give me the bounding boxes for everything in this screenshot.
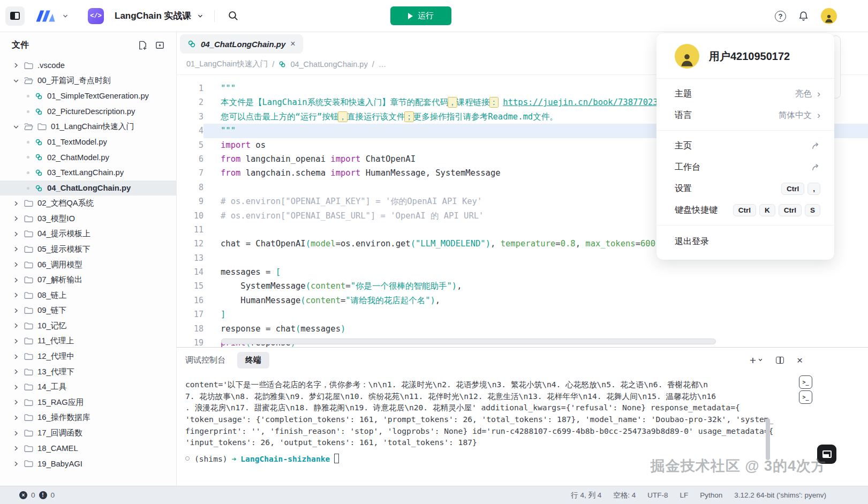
- search-icon[interactable]: [228, 10, 239, 21]
- breadcrumb-folder[interactable]: 01_LangChain快速入门: [186, 59, 268, 69]
- tree-folder-item[interactable]: 09_链下: [0, 303, 176, 319]
- folder-icon: [24, 445, 33, 453]
- tree-folder-item[interactable]: 04_提示模板上: [0, 227, 176, 242]
- chevron-down-icon[interactable]: [62, 13, 69, 19]
- chevron-icon: [12, 308, 20, 313]
- close-icon[interactable]: ×: [290, 40, 295, 48]
- errors-count[interactable]: 0: [31, 491, 35, 499]
- language-mode[interactable]: Python: [700, 491, 722, 499]
- tree-folder-item[interactable]: .vscode: [0, 58, 176, 73]
- help-icon[interactable]: ?: [775, 11, 786, 22]
- line-number: 9: [177, 194, 203, 208]
- split-terminal-icon[interactable]: [776, 357, 784, 364]
- tree-file-item[interactable]: 03_TextLangChain.py: [0, 165, 176, 180]
- tree-file-item[interactable]: 02_ChatModel.py: [0, 150, 176, 166]
- interpreter[interactable]: 3.12.2 64-bit ('shims': pyenv): [734, 491, 826, 499]
- close-panel-icon[interactable]: ×: [797, 355, 803, 365]
- menu-item-settings[interactable]: 设置 Ctrl ,: [656, 178, 834, 199]
- menu-item-language[interactable]: 语言 简体中文 ›: [656, 104, 834, 126]
- breadcrumb-file[interactable]: 04_ChatLongChain.py: [290, 60, 367, 69]
- python-file-icon: [35, 184, 43, 192]
- tree-folder-item[interactable]: 00_开篇词_奇点时刻: [0, 73, 176, 89]
- tab-04-chatlongchain[interactable]: 04_ChatLongChain.py ×: [180, 34, 303, 54]
- tree-folder-item[interactable]: 13_代理下: [0, 364, 176, 380]
- new-file-icon[interactable]: [135, 38, 149, 52]
- project-title[interactable]: LangChain 实战课: [115, 10, 192, 22]
- tree-folder-item[interactable]: 08_链上: [0, 288, 176, 303]
- folder-icon: [24, 352, 33, 360]
- terminal-prompt[interactable]: (shims) ➜ LangChain-shizhanke: [177, 454, 868, 463]
- tree-folder-item[interactable]: 15_RAG应用: [0, 395, 176, 410]
- tree-folder-item[interactable]: 19_BabyAGI: [0, 456, 176, 471]
- breadcrumb-separator: /: [272, 60, 274, 69]
- new-terminal-button[interactable]: +: [750, 355, 763, 366]
- tree-folder-item[interactable]: 16_操作数据库: [0, 410, 176, 426]
- tree-file-item[interactable]: 01_SimpleTextGeneration.py: [0, 88, 176, 104]
- errors-icon[interactable]: ×: [19, 491, 27, 499]
- folder-icon: [24, 413, 33, 422]
- tab-debug-console[interactable]: 调试控制台: [185, 355, 225, 365]
- menu-item-logout[interactable]: 退出登录: [656, 231, 834, 252]
- indentation[interactable]: 空格: 4: [613, 491, 636, 500]
- new-folder-icon[interactable]: [153, 38, 167, 52]
- folder-icon: [24, 230, 33, 238]
- sidebar-toggle-button[interactable]: [5, 6, 25, 26]
- tree-folder-item[interactable]: 05_提示模板下: [0, 242, 176, 257]
- tree-item-label: 13_代理下: [37, 367, 74, 377]
- encoding[interactable]: UTF-8: [647, 491, 668, 499]
- user-name: 用户4210950172: [709, 49, 790, 64]
- tree-folder-item[interactable]: 14_工具: [0, 379, 176, 395]
- eol-type[interactable]: LF: [680, 491, 688, 499]
- tree-file-item[interactable]: 04_ChatLongChain.py: [0, 180, 176, 196]
- menu-item-workbench[interactable]: 工作台: [656, 156, 834, 178]
- top-bar: </> LangChain 实战课 运行 ?: [0, 0, 868, 32]
- file-dot-icon: [27, 110, 29, 113]
- menu-item-shortcuts[interactable]: 键盘快捷键 Ctrl K Ctrl S: [656, 199, 834, 221]
- folder-icon: [24, 199, 33, 207]
- menu-item-home[interactable]: 主页: [656, 135, 834, 156]
- cursor-position[interactable]: 行 4, 列 4: [571, 491, 601, 500]
- run-button[interactable]: 运行: [390, 6, 451, 25]
- marscode-logo[interactable]: [34, 9, 57, 23]
- tree-file-item[interactable]: 01_TextModel.py: [0, 134, 176, 150]
- chevron-down-icon[interactable]: [197, 13, 203, 19]
- user-avatar[interactable]: [821, 8, 837, 24]
- chevron-icon: [12, 338, 20, 344]
- tree-folder-item[interactable]: 02_文档QA系统: [0, 195, 176, 211]
- code-line-16[interactable]: 16 HumanMessage(content="请给我的花店起个名"),: [177, 294, 868, 307]
- bell-icon[interactable]: [798, 10, 809, 22]
- warnings-icon[interactable]: !: [39, 491, 47, 499]
- terminal-output[interactable]: content='以下是一些适合花店的名字，供你参考：\n\n1. 花漾时光\n…: [177, 372, 868, 448]
- terminal-scrollbar[interactable]: [766, 418, 770, 460]
- tree-folder-item[interactable]: 10_记忆: [0, 318, 176, 334]
- python-file-icon: [187, 40, 196, 48]
- warnings-count[interactable]: 0: [51, 491, 55, 499]
- code-line-18[interactable]: 18response = chat(messages): [177, 322, 868, 336]
- tree-folder-item[interactable]: 18_CAMEL: [0, 441, 176, 456]
- terminal-output-line: 'token_usage': {'completion_tokens': 161…: [185, 413, 777, 425]
- tree-folder-item[interactable]: 01_LangChain快速入门: [0, 119, 176, 134]
- tree-folder-item[interactable]: 03_模型IO: [0, 211, 176, 227]
- panel-layout-button[interactable]: [817, 445, 836, 464]
- terminal-panel: 调试控制台 终端 + × content='以下是一些适合花店的名字，供你参考：…: [177, 347, 868, 486]
- prompt-env: (shims): [194, 454, 228, 463]
- code-line-14[interactable]: 14messages = [: [177, 265, 868, 279]
- code-line-17[interactable]: 17]: [177, 307, 868, 321]
- tree-folder-item[interactable]: 11_代理上: [0, 334, 176, 349]
- tree-folder-item[interactable]: 07_解析输出: [0, 272, 176, 288]
- python-file-icon: [35, 153, 43, 161]
- file-dot-icon: [27, 187, 29, 190]
- menu-item-theme[interactable]: 主题 亮色 ›: [656, 83, 834, 104]
- terminal-session-icon[interactable]: >_: [799, 390, 812, 404]
- tree-folder-item[interactable]: 12_代理中: [0, 349, 176, 364]
- line-number: 18: [177, 322, 203, 336]
- plus-icon: +: [750, 355, 756, 366]
- terminal-session-icon[interactable]: >_: [799, 375, 812, 389]
- tab-terminal[interactable]: 终端: [237, 352, 269, 368]
- code-line-15[interactable]: 15 SystemMessage(content="你是一个很棒的智能助手"),: [177, 279, 868, 293]
- tree-folder-item[interactable]: 06_调用模型: [0, 257, 176, 273]
- breadcrumb-ellipsis[interactable]: …: [379, 60, 387, 69]
- horizontal-scrollbar[interactable]: [221, 338, 716, 344]
- tree-folder-item[interactable]: 17_回调函数: [0, 425, 176, 441]
- tree-file-item[interactable]: 02_PictureDescription.py: [0, 104, 176, 119]
